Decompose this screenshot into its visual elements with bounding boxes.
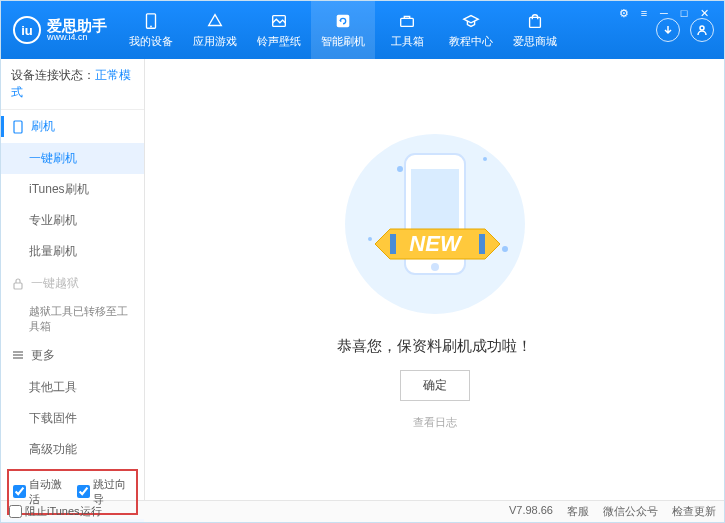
section-label: 刷机 <box>31 118 55 135</box>
hamburger-icon <box>11 348 25 362</box>
sidebar-item-pro-flash[interactable]: 专业刷机 <box>1 205 144 236</box>
main-area: 设备连接状态：正常模式 刷机 一键刷机 iTunes刷机 专业刷机 批量刷机 一… <box>1 59 724 500</box>
minimize-icon[interactable]: ─ <box>657 6 671 20</box>
svg-point-6 <box>700 26 704 30</box>
svg-point-13 <box>502 246 508 252</box>
sidebar-item-other-tools[interactable]: 其他工具 <box>1 372 144 403</box>
svg-rect-4 <box>401 18 414 26</box>
nav-tutorials[interactable]: 教程中心 <box>439 1 503 59</box>
nav-label: 铃声壁纸 <box>257 34 301 49</box>
check-update-link[interactable]: 检查更新 <box>672 504 716 519</box>
window-controls: ⚙ ≡ ─ □ ✕ <box>609 2 719 24</box>
section-more[interactable]: 更多 <box>1 339 144 372</box>
brand-subtitle: www.i4.cn <box>47 33 107 42</box>
nav-label: 爱思商城 <box>513 34 557 49</box>
checkbox-skip-guide[interactable]: 跳过向导 <box>77 477 133 507</box>
menu-icon[interactable]: ≡ <box>637 6 651 20</box>
sidebar: 设备连接状态：正常模式 刷机 一键刷机 iTunes刷机 专业刷机 批量刷机 一… <box>1 59 145 500</box>
active-indicator <box>1 116 4 137</box>
device-block[interactable]: iPhone 12 mini 64GB Down-12mini-13,1 <box>1 519 144 523</box>
sidebar-item-oneclick-flash[interactable]: 一键刷机 <box>1 143 144 174</box>
ok-button[interactable]: 确定 <box>400 370 470 401</box>
nav-label: 智能刷机 <box>321 34 365 49</box>
new-banner-text: NEW <box>409 231 463 256</box>
checkbox-block-itunes[interactable]: 阻止iTunes运行 <box>9 504 102 519</box>
svg-point-11 <box>397 166 403 172</box>
brand-title: 爱思助手 <box>47 18 107 33</box>
status-label: 设备连接状态： <box>11 68 95 82</box>
success-message: 恭喜您，保资料刷机成功啦！ <box>337 337 532 356</box>
support-link[interactable]: 客服 <box>567 504 589 519</box>
svg-point-12 <box>483 157 487 161</box>
nav-apps-games[interactable]: 应用游戏 <box>183 1 247 59</box>
nav-label: 教程中心 <box>449 34 493 49</box>
sidebar-item-download-fw[interactable]: 下载固件 <box>1 403 144 434</box>
store-icon <box>525 12 545 30</box>
version-text: V7.98.66 <box>509 504 553 519</box>
svg-point-14 <box>368 237 372 241</box>
nav-toolbox[interactable]: 工具箱 <box>375 1 439 59</box>
svg-rect-5 <box>530 17 541 27</box>
sidebar-item-itunes-flash[interactable]: iTunes刷机 <box>1 174 144 205</box>
brand: iu 爱思助手 www.i4.cn <box>1 1 119 59</box>
brand-logo-icon: iu <box>13 16 41 44</box>
close-icon[interactable]: ✕ <box>697 6 711 20</box>
wechat-link[interactable]: 微信公众号 <box>603 504 658 519</box>
sidebar-item-batch-flash[interactable]: 批量刷机 <box>1 236 144 267</box>
nav-my-device[interactable]: 我的设备 <box>119 1 183 59</box>
nav-label: 应用游戏 <box>193 34 237 49</box>
graduation-icon <box>461 12 481 30</box>
nav-label: 我的设备 <box>129 34 173 49</box>
success-illustration: NEW <box>335 129 535 319</box>
svg-rect-7 <box>14 121 22 133</box>
view-log-link[interactable]: 查看日志 <box>413 415 457 430</box>
nav-smart-flash[interactable]: 智能刷机 <box>311 1 375 59</box>
sidebar-item-advanced[interactable]: 高级功能 <box>1 434 144 465</box>
apps-icon <box>205 12 225 30</box>
nav-label: 工具箱 <box>391 34 424 49</box>
section-jailbreak: 一键越狱 <box>1 267 144 300</box>
svg-rect-19 <box>479 234 485 254</box>
svg-rect-3 <box>337 14 350 27</box>
svg-rect-18 <box>390 234 396 254</box>
content-area: NEW 恭喜您，保资料刷机成功啦！ 确定 查看日志 <box>145 59 724 500</box>
section-label: 一键越狱 <box>31 275 79 292</box>
toolbox-icon <box>397 12 417 30</box>
refresh-icon <box>333 12 353 30</box>
section-label: 更多 <box>31 347 55 364</box>
jailbreak-notice: 越狱工具已转移至工具箱 <box>29 304 134 335</box>
nav-store[interactable]: 爱思商城 <box>503 1 567 59</box>
svg-rect-8 <box>14 283 22 289</box>
lock-icon <box>11 277 25 291</box>
wallpaper-icon <box>269 12 289 30</box>
titlebar-right: ⚙ ≡ ─ □ ✕ <box>656 1 724 59</box>
section-flash[interactable]: 刷机 <box>1 110 144 143</box>
svg-point-17 <box>431 263 439 271</box>
maximize-icon[interactable]: □ <box>677 6 691 20</box>
connection-status: 设备连接状态：正常模式 <box>1 59 144 110</box>
titlebar: iu 爱思助手 www.i4.cn 我的设备 应用游戏 铃声壁纸 智能刷机 工具… <box>1 1 724 59</box>
svg-point-1 <box>150 25 152 27</box>
main-nav: 我的设备 应用游戏 铃声壁纸 智能刷机 工具箱 教程中心 爱思商城 <box>119 1 656 59</box>
phone-icon <box>141 12 161 30</box>
phone-icon <box>11 120 25 134</box>
settings-icon[interactable]: ⚙ <box>617 6 631 20</box>
nav-ringtones[interactable]: 铃声壁纸 <box>247 1 311 59</box>
checkbox-auto-activate[interactable]: 自动激活 <box>13 477 69 507</box>
